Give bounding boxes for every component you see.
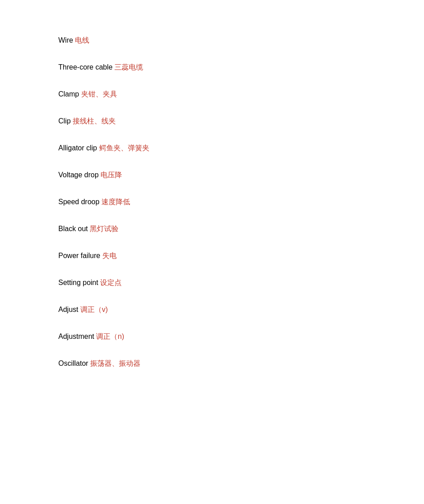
english-text-alligator-clip: Alligator clip — [58, 144, 99, 152]
vocabulary-list: Wire 电线Three-core cable 三蕊电缆Clamp 夹钳、夹具C… — [58, 27, 424, 377]
english-text-three-core-cable: Three-core cable — [58, 63, 114, 71]
chinese-text-voltage-drop: 电压降 — [101, 171, 122, 179]
english-text-adjustment: Adjustment — [58, 333, 96, 340]
vocab-item-black-out: Black out 黑灯试验 — [58, 215, 424, 242]
english-text-voltage-drop: Voltage drop — [58, 171, 101, 179]
chinese-text-power-failure: 失电 — [102, 252, 117, 259]
vocab-item-alligator-clip: Alligator clip 鳄鱼夹、弹簧夹 — [58, 135, 424, 162]
chinese-text-setting-point: 设定点 — [100, 279, 122, 286]
english-text-adjust: Adjust — [58, 306, 80, 313]
chinese-text-black-out: 黑灯试验 — [90, 225, 118, 232]
english-text-oscillator: Oscillator — [58, 359, 90, 367]
vocab-item-clamp: Clamp 夹钳、夹具 — [58, 81, 424, 108]
vocab-item-speed-droop: Speed droop 速度降低 — [58, 188, 424, 215]
english-text-clamp: Clamp — [58, 90, 81, 98]
english-text-power-failure: Power failure — [58, 252, 102, 259]
chinese-text-three-core-cable: 三蕊电缆 — [114, 63, 143, 71]
vocab-item-power-failure: Power failure 失电 — [58, 242, 424, 269]
chinese-text-adjust: 调正（v) — [80, 306, 108, 313]
english-text-setting-point: Setting point — [58, 279, 100, 286]
english-text-speed-droop: Speed droop — [58, 198, 101, 206]
english-text-wire: Wire — [58, 36, 75, 44]
chinese-text-clamp: 夹钳、夹具 — [81, 90, 117, 98]
vocab-item-wire: Wire 电线 — [58, 27, 424, 54]
english-text-black-out: Black out — [58, 225, 90, 232]
vocab-item-setting-point: Setting point 设定点 — [58, 269, 424, 296]
chinese-text-oscillator: 振荡器、振动器 — [90, 359, 140, 367]
chinese-text-wire: 电线 — [75, 36, 89, 44]
chinese-text-speed-droop: 速度降低 — [101, 198, 130, 206]
vocab-item-clip: Clip 接线柱、线夹 — [58, 108, 424, 135]
vocab-item-adjustment: Adjustment 调正（n) — [58, 323, 424, 350]
chinese-text-clip: 接线柱、线夹 — [73, 117, 116, 125]
vocab-item-three-core-cable: Three-core cable 三蕊电缆 — [58, 54, 424, 81]
vocab-item-adjust: Adjust 调正（v) — [58, 296, 424, 323]
english-text-clip: Clip — [58, 117, 73, 125]
chinese-text-adjustment: 调正（n) — [96, 333, 124, 340]
vocab-item-voltage-drop: Voltage drop 电压降 — [58, 162, 424, 188]
chinese-text-alligator-clip: 鳄鱼夹、弹簧夹 — [99, 144, 149, 152]
vocab-item-oscillator: Oscillator 振荡器、振动器 — [58, 350, 424, 377]
